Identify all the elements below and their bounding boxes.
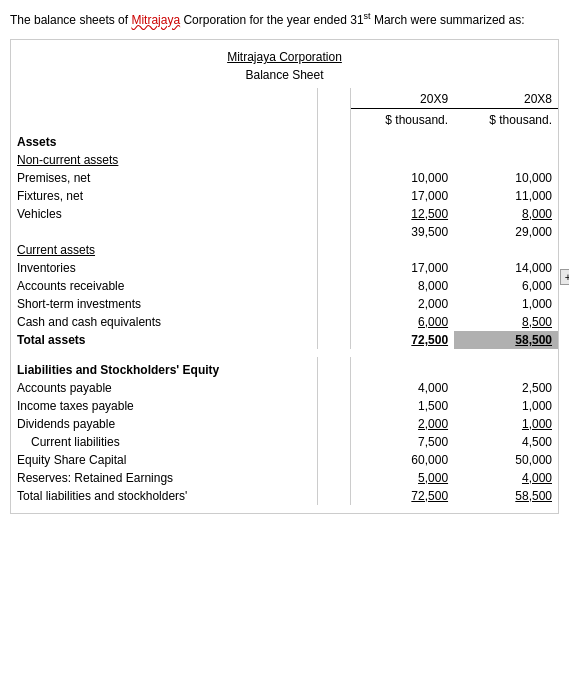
total-liabilities-label: Total liabilities and stockholders'	[11, 487, 285, 505]
total-liabilities-row: Total liabilities and stockholders' 72,5…	[11, 487, 558, 505]
assets-header-row: Assets	[11, 129, 558, 151]
side-button[interactable]: +	[560, 269, 569, 285]
short-term-val2: 1,000	[454, 295, 558, 313]
accounts-receivable-row: Accounts receivable 8,000 6,000	[11, 277, 558, 295]
income-taxes-val2: 1,000	[454, 397, 558, 415]
short-term-investments-row: Short-term investments 2,000 1,000	[11, 295, 558, 313]
intro-paragraph: The balance sheets of Mitrajaya Corporat…	[10, 10, 559, 29]
non-current-subtotal-val2: 29,000	[454, 223, 558, 241]
inventories-label: Inventories	[11, 259, 285, 277]
balance-sheet-title: Mitrajaya Corporation Balance Sheet	[11, 40, 558, 88]
title-company: Mitrajaya Corporation	[11, 48, 558, 66]
accounts-receivable-label: Accounts receivable	[11, 277, 285, 295]
total-assets-val2: 58,500	[454, 331, 558, 349]
dividends-payable-val2: 1,000	[454, 415, 558, 433]
total-liabilities-val2: 58,500	[454, 487, 558, 505]
cash-val1: 6,000	[350, 313, 454, 331]
accounts-receivable-val1: 8,000	[350, 277, 454, 295]
retained-earnings-val2: 4,000	[454, 469, 558, 487]
income-taxes-row: Income taxes payable 1,500 1,000	[11, 397, 558, 415]
unit2-header: $ thousand.	[454, 109, 558, 130]
company-name-intro: Mitrajaya	[131, 13, 180, 27]
premises-label: Premises, net	[11, 169, 285, 187]
total-assets-val1: 72,500	[350, 331, 454, 349]
retained-earnings-row: Reserves: Retained Earnings 5,000 4,000	[11, 469, 558, 487]
income-taxes-val1: 1,500	[350, 397, 454, 415]
accounts-payable-val1: 4,000	[350, 379, 454, 397]
retained-earnings-val1: 5,000	[350, 469, 454, 487]
total-assets-label: Total assets	[11, 331, 285, 349]
separator-row-bottom	[11, 505, 558, 513]
accounts-payable-row: Accounts payable 4,000 2,500	[11, 379, 558, 397]
page-wrapper: Mitrajaya Corporation Balance Sheet 20X9…	[10, 39, 559, 514]
vehicles-label: Vehicles	[11, 205, 285, 223]
intro-superscript: st	[364, 11, 371, 21]
dividends-payable-val1: 2,000	[350, 415, 454, 433]
header-year-row: 20X9 20X8	[11, 88, 558, 109]
current-liabilities-row: Current liabilities 7,500 4,500	[11, 433, 558, 451]
current-liabilities-val1: 7,500	[350, 433, 454, 451]
inventories-val2: 14,000	[454, 259, 558, 277]
total-liabilities-val1: 72,500	[350, 487, 454, 505]
accounts-receivable-val2: 6,000	[454, 277, 558, 295]
inventories-row: Inventories 17,000 14,000	[11, 259, 558, 277]
current-assets-header-row: Current assets	[11, 241, 558, 259]
title-subtitle: Balance Sheet	[11, 66, 558, 84]
equity-share-capital-val2: 50,000	[454, 451, 558, 469]
fixtures-row: Fixtures, net 17,000 11,000	[11, 187, 558, 205]
cash-val2: 8,500	[454, 313, 558, 331]
non-current-header-label: Non-current assets	[11, 151, 285, 169]
unit1-header: $ thousand.	[350, 109, 454, 130]
equity-share-capital-val1: 60,000	[350, 451, 454, 469]
premises-val2: 10,000	[454, 169, 558, 187]
vehicles-val2: 8,000	[454, 205, 558, 223]
non-current-subtotal-row: 39,500 29,000	[11, 223, 558, 241]
dividends-payable-row: Dividends payable 2,000 1,000	[11, 415, 558, 433]
balance-sheet-table: 20X9 20X8 $ thousand. $ thousand. Assets…	[11, 88, 558, 513]
liabilities-header-row: Liabilities and Stockholders' Equity	[11, 357, 558, 379]
cash-label: Cash and cash equivalents	[11, 313, 285, 331]
vehicles-row: Vehicles 12,500 8,000	[11, 205, 558, 223]
current-liabilities-label: Current liabilities	[11, 433, 285, 451]
current-liabilities-val2: 4,500	[454, 433, 558, 451]
short-term-investments-label: Short-term investments	[11, 295, 285, 313]
short-term-val1: 2,000	[350, 295, 454, 313]
vehicles-val1: 12,500	[350, 205, 454, 223]
liabilities-header-label: Liabilities and Stockholders' Equity	[11, 357, 285, 379]
retained-earnings-label: Reserves: Retained Earnings	[11, 469, 285, 487]
premises-val1: 10,000	[350, 169, 454, 187]
cash-row: Cash and cash equivalents 6,000 8,500	[11, 313, 558, 331]
intro-text-end: March were summarized as:	[371, 13, 525, 27]
intro-text-after: Corporation for the year ended 31	[180, 13, 363, 27]
separator-row-1	[11, 349, 558, 357]
year2-header: 20X8	[454, 88, 558, 109]
year1-header: 20X9	[350, 88, 454, 109]
intro-text-before: The balance sheets of	[10, 13, 131, 27]
assets-header-label: Assets	[11, 129, 285, 151]
accounts-payable-label: Accounts payable	[11, 379, 285, 397]
total-assets-row: Total assets 72,500 58,500	[11, 331, 558, 349]
fixtures-label: Fixtures, net	[11, 187, 285, 205]
non-current-subtotal-val1: 39,500	[350, 223, 454, 241]
equity-share-capital-row: Equity Share Capital 60,000 50,000	[11, 451, 558, 469]
dividends-payable-label: Dividends payable	[11, 415, 285, 433]
equity-share-capital-label: Equity Share Capital	[11, 451, 285, 469]
accounts-payable-val2: 2,500	[454, 379, 558, 397]
inventories-val1: 17,000	[350, 259, 454, 277]
fixtures-val1: 17,000	[350, 187, 454, 205]
premises-row: Premises, net 10,000 10,000	[11, 169, 558, 187]
current-assets-header-label: Current assets	[11, 241, 285, 259]
header-unit-row: $ thousand. $ thousand.	[11, 109, 558, 130]
non-current-header-row: Non-current assets	[11, 151, 558, 169]
income-taxes-label: Income taxes payable	[11, 397, 285, 415]
fixtures-val2: 11,000	[454, 187, 558, 205]
